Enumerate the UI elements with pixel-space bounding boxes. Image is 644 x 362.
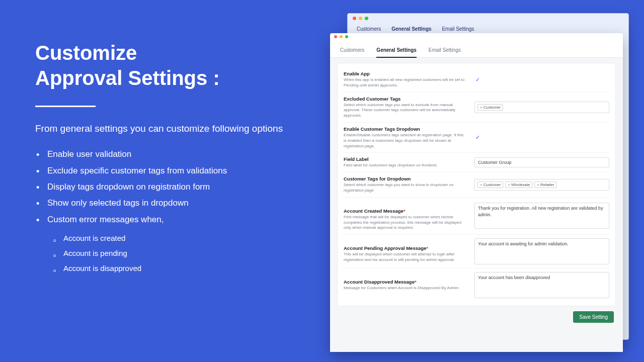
tab-email-settings: Email Settings: [442, 26, 474, 32]
tab-email-settings[interactable]: Email Settings: [429, 44, 461, 57]
settings-panel: Enable App When this app is enabled all …: [337, 63, 616, 306]
setting-pending-message: Account Pending Approval Message* This w…: [344, 234, 609, 268]
setting-created-message: Account Created Message* First message t…: [344, 197, 609, 234]
tab-customers: Customers: [357, 26, 381, 32]
setting-title: Enable Customer Tags Dropdown: [344, 126, 467, 132]
list-item: Account is created: [53, 231, 297, 246]
window-close-icon[interactable]: [334, 35, 337, 38]
setting-desc: Select which customer tags you want to e…: [344, 103, 467, 119]
tag-chip[interactable]: ×Customer: [477, 182, 503, 188]
tab-bar: Customers General Settings Email Setting…: [330, 42, 623, 58]
field-label-input[interactable]: [474, 157, 609, 167]
enable-app-checkbox[interactable]: ✓: [474, 76, 480, 82]
setting-title: Account Disapproved Message*: [344, 279, 467, 285]
hero-bullet-list: Enable user validation Exclude specific …: [35, 146, 297, 227]
disapproved-message-input[interactable]: [474, 272, 609, 298]
marketing-hero: Customize Approval Settings : From gener…: [35, 40, 297, 276]
list-item: Exclude specific customer tags from vali…: [35, 163, 297, 179]
hero-intro: From general settings you can customize …: [35, 121, 297, 136]
setting-desc: Field label for customers tags dropdown …: [344, 163, 467, 168]
list-item: Account is pending: [53, 246, 297, 261]
setting-desc: Select which customer tags you want to s…: [344, 183, 467, 194]
window-titlebar: [330, 33, 623, 42]
setting-title: Account Pending Approval Message*: [344, 245, 467, 251]
dropdown-tags-input[interactable]: ×Customer ×Wholesale ×Retailer: [474, 179, 609, 191]
window-minimize-icon[interactable]: [340, 35, 343, 38]
settings-body: Enable App When this app is enabled all …: [330, 58, 623, 352]
setting-desc: First message that will be displayed to …: [344, 215, 467, 231]
form-actions: Save Setting: [337, 306, 616, 324]
hero-sub-list: Account is created Account is pending Ac…: [53, 231, 297, 276]
excluded-tags-input[interactable]: ×Customer: [474, 102, 609, 113]
tab-customers[interactable]: Customers: [340, 44, 364, 57]
setting-excluded-tags: Excluded Customer Tags Select which cust…: [344, 92, 609, 122]
hero-title: Customize Approval Settings :: [35, 40, 297, 90]
hero-divider: [35, 106, 96, 107]
setting-dropdown-tags: Customer Tags for Dropdown Select which …: [344, 172, 609, 197]
setting-title: Account Created Message*: [344, 208, 467, 214]
setting-desc: When this app is enabled all new registe…: [344, 77, 467, 88]
app-window: Customers General Settings Email Setting…: [330, 33, 623, 352]
setting-desc: Enable/Disable customers tags selection …: [344, 133, 467, 149]
created-message-input[interactable]: [474, 203, 609, 229]
setting-disapproved-message: Account Disapproved Message* Message for…: [344, 268, 609, 302]
list-item: Custom error messages when,: [35, 212, 297, 228]
tab-general-settings[interactable]: General Settings: [376, 44, 416, 58]
tag-chip[interactable]: ×Wholesale: [505, 182, 532, 188]
setting-desc: Message for Customers when Account is Di…: [344, 286, 467, 291]
tag-remove-icon[interactable]: ×: [480, 183, 482, 187]
traffic-light-close-icon: [353, 17, 356, 20]
enable-dropdown-checkbox[interactable]: ✓: [474, 135, 480, 141]
setting-title: Excluded Customer Tags: [344, 96, 467, 102]
tag-remove-icon[interactable]: ×: [508, 183, 510, 187]
list-item: Account is disapproved: [53, 261, 297, 276]
tag-chip[interactable]: ×Customer: [477, 104, 503, 111]
window-maximize-icon[interactable]: [345, 35, 348, 38]
tag-remove-icon[interactable]: ×: [480, 105, 482, 110]
setting-enable-dropdown: Enable Customer Tags Dropdown Enable/Dis…: [344, 122, 609, 152]
list-item: Show only selected tags in dropdown: [35, 195, 297, 211]
list-item: Enable user validation: [35, 146, 297, 162]
setting-title: Customer Tags for Dropdown: [344, 176, 467, 182]
tag-chip[interactable]: ×Retailer: [534, 182, 556, 188]
tag-remove-icon[interactable]: ×: [537, 183, 539, 187]
setting-enable-app: Enable App When this app is enabled all …: [344, 67, 609, 92]
setting-desc: This will be displayed when customer wil…: [344, 252, 467, 263]
setting-field-label: Field Label Field label for customers ta…: [344, 152, 609, 172]
list-item: Display tags dropdown on registration fo…: [35, 179, 297, 195]
pending-message-input[interactable]: [474, 238, 609, 264]
setting-title: Enable App: [344, 71, 467, 76]
setting-title: Field Label: [344, 156, 467, 162]
traffic-light-max-icon: [365, 17, 368, 20]
traffic-light-min-icon: [359, 17, 362, 20]
save-button[interactable]: Save Setting: [573, 311, 614, 323]
